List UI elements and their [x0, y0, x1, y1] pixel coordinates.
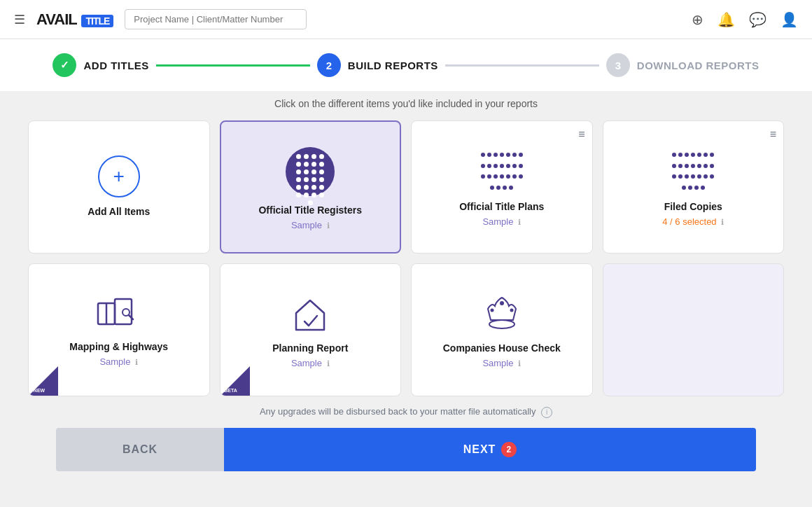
card-add-all-title: Add All Items — [88, 206, 150, 217]
step-3-label: DOWNLOAD REPORTS — [637, 60, 760, 71]
step-1-circle: ✓ — [52, 53, 76, 77]
info-icon[interactable]: ℹ — [327, 221, 330, 230]
step-3-circle: 3 — [606, 53, 630, 77]
card-title-plans-title: Official Title Plans — [459, 201, 544, 212]
project-input[interactable] — [125, 9, 307, 29]
planning-icon-area — [290, 295, 330, 334]
card-title-plans[interactable]: ≡ Official Title Plans Sample ℹ — [411, 120, 593, 254]
card-planning-title: Planning Report — [272, 342, 348, 354]
svg-point-5 — [489, 320, 514, 328]
new-badge: NEW — [29, 366, 58, 396]
card-title-registers[interactable]: Official Title Registers Sample ℹ — [220, 120, 402, 254]
dot-grid-circle-icon — [286, 147, 335, 196]
card-companies[interactable]: Companies House Check Sample ℹ — [411, 263, 593, 396]
step-1-label: ADD TITLES — [83, 60, 148, 71]
card-title-registers-title: Official Title Registers — [258, 204, 362, 216]
card-mapping[interactable]: Mapping & Highways Sample ℹ NEW — [28, 263, 210, 396]
messages-icon[interactable]: 💬 — [749, 11, 766, 28]
page-subtitle: Click on the different items you'd like … — [28, 98, 784, 109]
card-mapping-title: Mapping & Highways — [69, 341, 168, 352]
map-icon — [97, 296, 141, 333]
card-mapping-subtitle: Sample ℹ — [99, 356, 138, 367]
svg-point-6 — [500, 301, 504, 305]
card-filed-copies-subtitle: 4 / 6 selected ℹ — [662, 216, 724, 227]
next-button[interactable]: NEXT 2 — [224, 428, 756, 471]
crown-crest-icon — [481, 295, 523, 334]
card-companies-title: Companies House Check — [443, 342, 561, 354]
header: ☰ AVAIL TITLE ⊕ 🔔 💬 👤 — [0, 0, 812, 39]
step-2-label: BUILD REPORTS — [348, 60, 438, 71]
title-plans-icon-area — [481, 151, 523, 193]
step-line-1 — [156, 64, 310, 67]
bottom-info-icon[interactable]: i — [541, 407, 552, 418]
info-icon-filed[interactable]: ℹ — [721, 218, 724, 226]
card-planning[interactable]: Planning Report Sample ℹ BETA — [220, 263, 402, 396]
add-all-icon-area: + — [98, 155, 140, 197]
notifications-icon[interactable]: 🔔 — [718, 11, 735, 28]
list-icon-filed[interactable]: ≡ — [770, 128, 776, 141]
info-icon-planning[interactable]: ℹ — [327, 359, 330, 368]
header-actions: ⊕ 🔔 💬 👤 — [692, 11, 798, 28]
step-2: 2 BUILD REPORTS — [317, 53, 438, 77]
house-check-icon — [290, 295, 330, 334]
title-registers-icon-area — [286, 147, 335, 196]
cards-grid: + Add All Items Official Title Registers — [28, 120, 784, 396]
step-3: 3 DOWNLOAD REPORTS — [606, 53, 760, 77]
logo-badge: TITLE — [81, 15, 113, 27]
step-line-2 — [445, 64, 599, 67]
footer-buttons: BACK NEXT 2 — [28, 428, 784, 471]
menu-icon[interactable]: ☰ — [14, 12, 25, 27]
svg-point-7 — [490, 308, 493, 312]
card-add-all[interactable]: + Add All Items — [28, 120, 210, 254]
info-icon-mapping[interactable]: ℹ — [135, 358, 138, 366]
card-title-registers-subtitle: Sample ℹ — [291, 220, 330, 230]
add-icon[interactable]: ⊕ — [692, 11, 704, 28]
list-icon-plans[interactable]: ≡ — [578, 128, 584, 141]
beta-badge: BETA — [220, 366, 250, 396]
back-button[interactable]: BACK — [56, 428, 224, 471]
card-filed-copies[interactable]: ≡ Filed Copies 4 / 6 selected ℹ — [603, 120, 785, 254]
step-2-circle: 2 — [317, 53, 341, 77]
card-filed-copies-title: Filed Copies — [664, 201, 722, 212]
card-planning-subtitle: Sample ℹ — [291, 358, 330, 368]
companies-icon-area — [481, 295, 523, 334]
plus-circle-icon: + — [98, 155, 140, 197]
info-icon-plans[interactable]: ℹ — [518, 218, 521, 226]
mapping-icon-area — [97, 296, 141, 333]
user-icon[interactable]: 👤 — [780, 11, 798, 28]
step-1: ✓ ADD TITLES — [52, 53, 148, 77]
dot-grid-plain-icon-filed — [672, 151, 714, 193]
card-companies-subtitle: Sample ℹ — [482, 358, 521, 368]
info-icon-companies[interactable]: ℹ — [518, 359, 521, 368]
filed-copies-icon-area — [672, 151, 714, 193]
progress-bar: ✓ ADD TITLES 2 BUILD REPORTS 3 DOWNLOAD … — [0, 39, 812, 91]
card-empty — [603, 263, 785, 396]
logo: AVAIL TITLE — [36, 11, 113, 29]
dot-grid-plain-icon-plans — [481, 151, 523, 193]
card-title-plans-subtitle: Sample ℹ — [482, 216, 521, 227]
next-count-badge: 2 — [501, 442, 517, 457]
svg-point-8 — [510, 308, 513, 312]
main-content: Click on the different items you'd like … — [0, 91, 812, 485]
bottom-info: Any upgrades will be disbursed back to y… — [28, 406, 784, 418]
